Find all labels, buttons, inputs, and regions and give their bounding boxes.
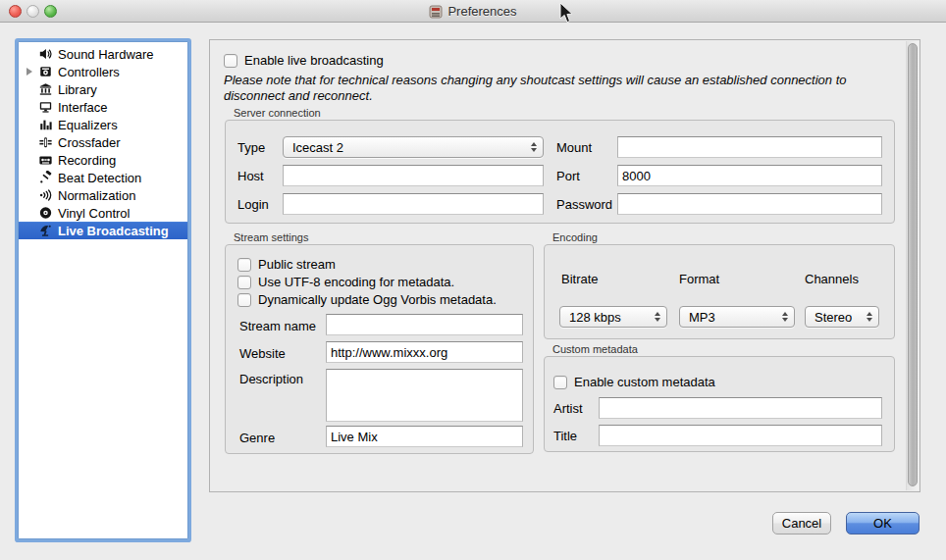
sidebar-item-vinyl-control[interactable]: Vinyl Control <box>19 204 187 222</box>
sidebar-item-label: Normalization <box>58 188 135 203</box>
channels-popup[interactable]: Stereo <box>805 306 879 328</box>
sidebar-item-controllers[interactable]: Controllers <box>19 63 187 80</box>
title-bar: Preferences <box>0 0 946 23</box>
sidebar-item-crossfader[interactable]: Crossfader <box>19 133 187 151</box>
mount-input[interactable] <box>617 136 882 158</box>
bitrate-popup[interactable]: 128 kbps <box>559 306 667 328</box>
server-connection-group: Type Icecast 2 Mount Host Port Login Pas… <box>225 120 895 224</box>
ok-button[interactable]: OK <box>846 512 920 535</box>
sidebar-item-equalizers[interactable]: Equalizers <box>19 116 187 133</box>
encoding-group-label: Encoding <box>552 231 598 243</box>
format-popup-value: MP3 <box>689 310 715 325</box>
genre-label: Genre <box>239 428 326 445</box>
mount-label: Mount <box>556 140 617 155</box>
window-title: Preferences <box>447 4 516 19</box>
format-popup[interactable]: MP3 <box>679 306 795 328</box>
ogg-metadata-checkbox[interactable] <box>237 293 251 307</box>
preferences-category-list: Sound Hardware Controllers Library Inter… <box>18 41 188 539</box>
sidebar-item-label: Sound Hardware <box>58 47 154 62</box>
sidebar-item-label: Interface <box>58 100 108 115</box>
sidebar-item-sound-hardware[interactable]: Sound Hardware <box>19 45 187 63</box>
password-input[interactable] <box>617 193 882 215</box>
server-connection-group-label: Server connection <box>234 107 321 119</box>
utf8-metadata-checkbox[interactable] <box>237 276 251 289</box>
genre-input[interactable] <box>326 426 523 447</box>
sidebar-item-label: Library <box>58 82 97 97</box>
public-stream-checkbox[interactable] <box>237 258 251 272</box>
sidebar-item-beat-detection[interactable]: Beat Detection <box>19 169 187 186</box>
popup-stepper-icon <box>782 312 788 322</box>
password-label: Password <box>556 197 617 212</box>
port-input[interactable] <box>617 165 882 186</box>
host-label: Host <box>237 169 283 183</box>
stream-settings-group-label: Stream settings <box>234 231 308 243</box>
cancel-button-label: Cancel <box>782 516 821 531</box>
public-stream-row: Public stream <box>237 257 336 272</box>
custom-metadata-group: Enable custom metadata Artist Title <box>544 356 895 452</box>
login-label: Login <box>237 197 283 212</box>
login-input[interactable] <box>283 193 544 215</box>
stream-name-input[interactable] <box>326 314 523 335</box>
controller-icon <box>36 64 54 79</box>
satellite-dish-icon <box>36 223 54 238</box>
sidebar-item-library[interactable]: Library <box>19 80 187 98</box>
sidebar-item-recording[interactable]: Recording <box>19 151 187 169</box>
sidebar-item-interface[interactable]: Interface <box>19 98 187 116</box>
mouse-cursor <box>559 3 573 24</box>
shoutcast-note: Please note that for technical reasons c… <box>224 73 903 104</box>
sound-waves-icon <box>36 187 54 203</box>
enable-live-broadcasting-label: Enable live broadcasting <box>244 53 384 68</box>
expand-triangle-icon[interactable] <box>23 68 36 76</box>
sidebar-item-live-broadcasting[interactable]: Live Broadcasting <box>19 222 187 239</box>
sidebar-item-label: Beat Detection <box>58 171 141 185</box>
live-broadcasting-panel: Enable live broadcasting Please note tha… <box>209 39 920 492</box>
cancel-button[interactable]: Cancel <box>772 512 831 535</box>
bitrate-popup-value: 128 kbps <box>569 310 621 325</box>
type-popup-value: Icecast 2 <box>292 140 343 155</box>
channels-label: Channels <box>805 272 859 286</box>
enable-live-broadcasting-checkbox[interactable] <box>224 54 237 68</box>
encoding-group: Bitrate Format Channels 128 kbps MP3 Ste… <box>544 244 895 339</box>
bitrate-label: Bitrate <box>561 272 599 286</box>
ogg-metadata-label: Dynamically update Ogg Vorbis metadata. <box>258 292 497 307</box>
sidebar-item-label: Recording <box>58 153 116 168</box>
host-input[interactable] <box>283 165 544 186</box>
sidebar-item-label: Equalizers <box>58 118 118 132</box>
title-input[interactable] <box>599 425 882 446</box>
sidebar-item-label: Live Broadcasting <box>58 224 169 238</box>
monitor-icon <box>36 99 54 115</box>
hammer-icon <box>36 170 54 185</box>
custom-metadata-group-label: Custom metadata <box>552 343 638 355</box>
description-label: Description <box>239 369 326 422</box>
artist-input[interactable] <box>599 397 882 419</box>
utf8-metadata-label: Use UTF-8 encoding for metadata. <box>258 275 454 289</box>
library-icon <box>36 81 54 97</box>
utf8-row: Use UTF-8 encoding for metadata. <box>237 275 454 289</box>
channels-popup-value: Stereo <box>815 310 852 325</box>
sidebar-item-normalization[interactable]: Normalization <box>19 186 187 204</box>
stream-name-label: Stream name <box>239 316 326 333</box>
popup-stepper-icon <box>531 142 537 152</box>
public-stream-label: Public stream <box>258 257 336 272</box>
vinyl-record-icon <box>36 205 54 221</box>
website-input[interactable] <box>326 341 523 363</box>
description-textarea[interactable] <box>326 369 523 422</box>
type-popup[interactable]: Icecast 2 <box>283 136 544 158</box>
cassette-icon <box>36 152 54 168</box>
scrollbar-thumb[interactable] <box>908 43 918 486</box>
title-label: Title <box>553 429 599 443</box>
enable-custom-metadata-checkbox[interactable] <box>553 376 567 389</box>
ogg-update-row: Dynamically update Ogg Vorbis metadata. <box>237 292 497 307</box>
enable-custom-metadata-row: Enable custom metadata <box>553 375 715 389</box>
format-label: Format <box>679 272 719 286</box>
enable-live-broadcasting-row: Enable live broadcasting <box>224 53 384 68</box>
app-window-icon <box>429 5 443 19</box>
vertical-scrollbar[interactable] <box>906 41 919 490</box>
preferences-window: { "window": { "title": "Preferences" }, … <box>0 0 946 560</box>
popup-stepper-icon <box>655 312 660 322</box>
stream-settings-group: Public stream Use UTF-8 encoding for met… <box>225 244 534 454</box>
speaker-icon <box>36 46 54 62</box>
ok-button-label: OK <box>873 516 892 531</box>
sidebar-item-label: Controllers <box>58 65 120 79</box>
sidebar-item-label: Crossfader <box>58 135 121 150</box>
